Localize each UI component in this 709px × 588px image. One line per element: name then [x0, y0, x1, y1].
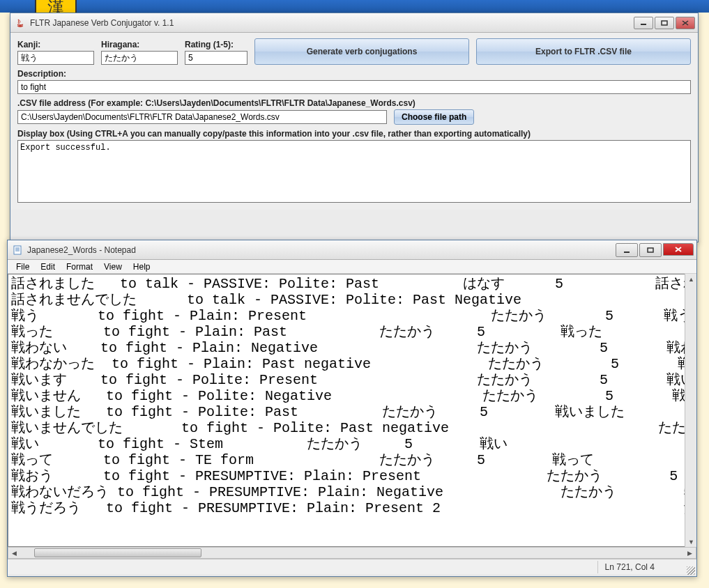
svg-rect-7 [648, 248, 653, 252]
display-box[interactable]: Export successful. [17, 140, 691, 203]
kanji-input[interactable] [17, 51, 94, 65]
choose-file-path-button[interactable]: Choose file path [394, 109, 474, 125]
csv-address-label: .CSV file address (For example: C:\Users… [17, 98, 691, 108]
menu-help[interactable]: Help [128, 261, 156, 273]
resize-grip[interactable] [687, 566, 695, 575]
notepad-textarea[interactable]: 話されました to talk - PASSIVE: Polite: Past は… [8, 274, 696, 547]
scroll-down-icon[interactable]: ▼ [685, 536, 697, 547]
menu-view[interactable]: View [98, 261, 128, 273]
svg-rect-2 [14, 246, 21, 254]
menu-file[interactable]: File [10, 261, 35, 273]
notepad-titlebar[interactable]: Japanese2_Words - Notepad [8, 240, 696, 260]
maximize-button[interactable] [655, 17, 674, 29]
background-taskbar: 漢 [0, 0, 709, 13]
titlebar[interactable]: FLTR Japanese Verb Conjugator v. 1.1 [10, 13, 698, 33]
description-label: Description: [17, 69, 691, 79]
kanji-label: Kanji: [17, 40, 94, 49]
hiragana-input[interactable] [101, 51, 178, 65]
notepad-menubar: File Edit Format View Help [8, 260, 696, 274]
java-icon [15, 17, 26, 29]
scroll-right-icon[interactable]: ▶ [684, 548, 696, 558]
export-button[interactable]: Export to FLTR .CSV file [476, 38, 691, 65]
window-title: FLTR Japanese Verb Conjugator v. 1.1 [30, 18, 632, 28]
notepad-icon [12, 245, 23, 256]
display-box-label: Display box (Using CTRL+A you can manual… [17, 129, 691, 139]
horizontal-scrollbar[interactable]: ◀ ▶ [8, 547, 696, 559]
notepad-minimize-button[interactable] [616, 243, 638, 257]
vertical-scrollbar[interactable]: ▲ ▼ [685, 274, 696, 547]
scroll-left-icon[interactable]: ◀ [8, 548, 20, 558]
description-input[interactable] [17, 80, 691, 94]
minimize-button[interactable] [634, 17, 653, 29]
rating-label: Rating (1-5): [185, 40, 247, 49]
conjugator-window: FLTR Japanese Verb Conjugator v. 1.1 Kan… [10, 13, 699, 242]
menu-edit[interactable]: Edit [35, 261, 61, 273]
notepad-close-button[interactable] [663, 243, 694, 256]
notepad-maximize-button[interactable] [639, 243, 662, 257]
close-button[interactable] [676, 17, 695, 29]
notepad-window: Japanese2_Words - Notepad File Edit Form… [7, 240, 697, 577]
notepad-statusbar: Ln 721, Col 4 [8, 559, 696, 574]
svg-rect-1 [662, 21, 667, 25]
generate-button[interactable]: Generate verb conjugations [254, 38, 469, 65]
cursor-position: Ln 721, Col 4 [597, 561, 683, 573]
csv-path-input[interactable] [17, 110, 387, 124]
notepad-title: Japanese2_Words - Notepad [27, 245, 614, 255]
scroll-up-icon[interactable]: ▲ [685, 274, 697, 284]
rating-input[interactable] [185, 51, 247, 65]
menu-format[interactable]: Format [61, 261, 98, 273]
hiragana-label: Hiragana: [101, 40, 178, 49]
scroll-thumb[interactable] [34, 548, 201, 557]
